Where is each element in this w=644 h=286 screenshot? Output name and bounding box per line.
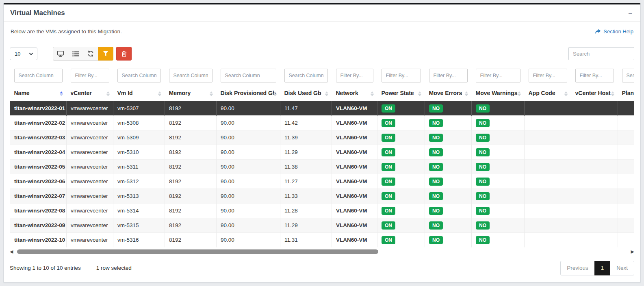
- trash-icon: [121, 51, 127, 57]
- cell-vm_id: vm-5315: [113, 218, 165, 233]
- table-row[interactable]: titan-winsrv2022-04vmwarevcentervm-53108…: [10, 145, 635, 160]
- column-header-memory[interactable]: Memory: [165, 87, 217, 101]
- status-badge: NO: [429, 148, 443, 156]
- page-size-select[interactable]: 10: [10, 48, 37, 60]
- status-badge: ON: [382, 221, 395, 230]
- filter-button[interactable]: [98, 47, 113, 61]
- cell-name: titan-winsrv2022-05: [10, 160, 67, 174]
- list-icon: [72, 51, 79, 56]
- table-row[interactable]: titan-winsrv2022-10vmwarevcentervm-53168…: [10, 233, 635, 247]
- table-row[interactable]: titan-winsrv2022-03vmwarevcentervm-53098…: [10, 130, 635, 145]
- column-header-power_state[interactable]: Power State: [377, 87, 425, 101]
- cell-disk_used_gb: 11.42: [280, 116, 332, 130]
- cell-move_errors: NO: [425, 233, 472, 247]
- table-row[interactable]: titan-winsrv2022-01vmwarevcentervm-53078…: [10, 101, 635, 116]
- cell-vcenter_host: [571, 145, 618, 160]
- column-filter-input-memory[interactable]: [169, 69, 212, 82]
- cell-vcenter_host: [571, 174, 618, 189]
- column-filter-input-move_errors[interactable]: [429, 69, 468, 82]
- cell-vm_id: vm-5311: [113, 160, 165, 174]
- cell-disk_provisioned_gb: 90.00: [217, 130, 280, 145]
- filter-icon: [103, 51, 108, 56]
- column-header-move_warnings[interactable]: Move Warnings: [472, 87, 525, 101]
- current-page-button[interactable]: 1: [594, 261, 611, 275]
- cell-name: titan-winsrv2022-02: [10, 116, 67, 130]
- cell-vcenter_host: [571, 204, 618, 218]
- column-header-network[interactable]: Network: [332, 87, 377, 101]
- status-badge: NO: [476, 236, 490, 244]
- scroll-left-icon[interactable]: ◀: [10, 249, 16, 254]
- column-header-app_code[interactable]: App Code: [525, 87, 571, 101]
- cell-disk_used_gb: 11.38: [280, 160, 332, 174]
- table-row[interactable]: titan-winsrv2022-08vmwarevcentervm-53148…: [10, 204, 635, 218]
- column-filter-input-vcenter_host[interactable]: [575, 69, 614, 82]
- column-filter-input-move_warnings[interactable]: [476, 69, 520, 82]
- column-filter-input-app_code[interactable]: [529, 69, 567, 82]
- cell-move_warnings: NO: [472, 233, 525, 247]
- column-header-name[interactable]: Name: [10, 87, 67, 101]
- cell-disk_used_gb: 11.31: [280, 233, 332, 247]
- status-badge: NO: [429, 192, 443, 200]
- sort-arrows-icon: [611, 91, 614, 96]
- filter-cell-vcenter_host: [571, 67, 618, 87]
- column-filter-input-name[interactable]: [14, 69, 63, 82]
- section-help-link[interactable]: Section Help: [595, 28, 633, 35]
- table-search-input[interactable]: [568, 47, 634, 60]
- column-filter-input-disk_used_gb[interactable]: [284, 69, 328, 82]
- table-row[interactable]: titan-winsrv2022-02vmwarevcentervm-53088…: [10, 116, 635, 130]
- filter-cell-move_warnings: [472, 67, 525, 87]
- monitor-view-button[interactable]: [53, 47, 68, 61]
- column-header-label: Move Warnings: [476, 90, 518, 96]
- column-header-vcenter_host[interactable]: vCenter Host: [571, 87, 618, 101]
- column-header-label: Network: [336, 90, 358, 96]
- cell-disk_provisioned_gb: 90.00: [217, 160, 280, 174]
- scroll-right-icon[interactable]: ▶: [628, 249, 634, 254]
- table-row[interactable]: titan-winsrv2022-05vmwarevcentervm-53118…: [10, 160, 635, 174]
- column-header-vcenter[interactable]: vCenter: [67, 87, 113, 101]
- column-header-vm_id[interactable]: Vm Id: [113, 87, 165, 101]
- sort-arrows-icon: [210, 91, 213, 96]
- status-badge: ON: [382, 134, 395, 142]
- column-filter-input-vm_id[interactable]: [117, 69, 161, 82]
- status-badge: ON: [382, 178, 395, 186]
- section-help-label: Section Help: [603, 28, 633, 35]
- cell-memory: 8192: [165, 174, 217, 189]
- table-row[interactable]: titan-winsrv2022-06vmwarevcentervm-53128…: [10, 174, 635, 189]
- refresh-button[interactable]: [83, 47, 98, 61]
- status-badge: NO: [476, 148, 490, 156]
- column-filter-input-network[interactable]: [336, 69, 373, 82]
- delete-button[interactable]: [116, 47, 132, 61]
- previous-page-button[interactable]: Previous: [560, 261, 595, 275]
- column-filter-input-disk_provisioned_gb[interactable]: [221, 69, 276, 82]
- cell-power_state: ON: [377, 204, 425, 218]
- column-header-plan[interactable]: Plan: [618, 87, 635, 101]
- table-row[interactable]: titan-winsrv2022-09vmwarevcentervm-53158…: [10, 218, 635, 233]
- collapse-panel-icon[interactable]: –: [627, 10, 634, 17]
- cell-memory: 8192: [165, 101, 217, 116]
- cell-plan: [618, 189, 635, 204]
- column-filter-input-plan[interactable]: [622, 69, 635, 82]
- table-toolbar: 10: [10, 47, 634, 61]
- column-filter-input-power_state[interactable]: [382, 69, 421, 82]
- cell-move_errors: NO: [425, 160, 472, 174]
- cell-power_state: ON: [377, 174, 425, 189]
- scrollbar-track[interactable]: [16, 249, 628, 254]
- cell-disk_provisioned_gb: 90.00: [217, 145, 280, 160]
- status-badge: NO: [476, 207, 490, 215]
- cell-memory: 8192: [165, 160, 217, 174]
- table-row[interactable]: titan-winsrv2022-07vmwarevcentervm-53138…: [10, 189, 635, 204]
- status-badge: NO: [476, 119, 490, 127]
- cell-name: titan-winsrv2022-09: [10, 218, 67, 233]
- refresh-icon: [87, 50, 94, 57]
- filter-cell-network: [332, 67, 377, 87]
- next-page-button[interactable]: Next: [610, 261, 634, 275]
- column-header-disk_provisioned_gb[interactable]: Disk Provisioned Gb: [217, 87, 280, 101]
- list-view-button[interactable]: [68, 47, 83, 61]
- scrollbar-thumb[interactable]: [17, 249, 378, 254]
- column-header-move_errors[interactable]: Move Errors: [425, 87, 472, 101]
- column-header-disk_used_gb[interactable]: Disk Used Gb: [280, 87, 332, 101]
- column-filter-input-vcenter[interactable]: [71, 69, 109, 82]
- filter-cell-plan: [618, 67, 635, 87]
- cell-move_warnings: NO: [472, 189, 525, 204]
- cell-move_errors: NO: [425, 189, 472, 204]
